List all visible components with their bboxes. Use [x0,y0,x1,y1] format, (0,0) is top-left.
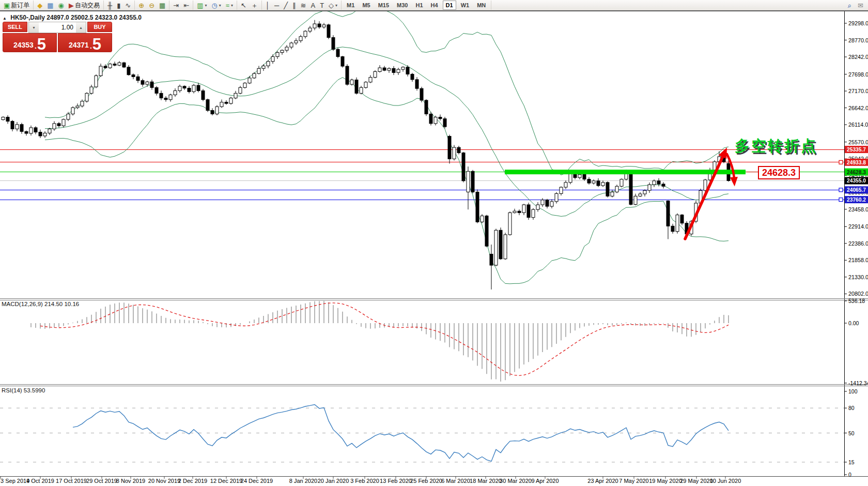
date-axis[interactable]: 3 Sep 20194 Oct 201917 Oct 201929 Oct 20… [1,477,741,484]
tile-windows-button[interactable]: ▦ [158,1,167,10]
trendline-button[interactable]: ╱ [282,1,289,10]
navigator-button[interactable]: ◉ [57,1,66,10]
zoom-out-button[interactable]: ⊖ [147,1,156,10]
date-label: 2 Dec 2019 [178,478,207,484]
candlestick-chart-button[interactable]: ▮ [115,1,122,10]
chevron-down-icon[interactable]: ▾ [205,3,207,8]
new-order-button-label: 新订单 [11,1,29,10]
axis-tick-label: 22914.0 [848,223,868,230]
toolbar-group-panels: ◆▦◉▶自动交易 [34,1,104,10]
main-toolbar: ▣新订单◆▦◉▶自动交易╫▮∿⊕⊖▦⇥⇤▥▾◷▾≈▾↖＋│─╱∥≋AT◇▾M1M… [0,0,868,11]
one-click-trading-panel: SELL ▾ ▴ BUY 24353.5 24371.5 [3,22,112,52]
date-label: 23 Apr 2020 [587,478,618,484]
price-badge-label: 25335.7 [847,147,866,153]
timeframe-m30[interactable]: M30 [394,1,411,10]
chevron-down-icon[interactable]: ▾ [219,3,221,8]
timeframe-mn[interactable]: MN [474,1,489,10]
rsi-scale-label: 80 [848,405,855,411]
auto-scroll-icon: ⇥ [173,1,179,10]
sell-price-main: 24353 [13,40,34,50]
data-window-button[interactable]: ▦ [45,1,55,10]
price-label-box[interactable]: 24628.3 [758,166,799,179]
turning-point-text[interactable]: 多空转折点 [735,138,817,154]
arrows-button[interactable]: ◇▾ [327,1,339,10]
text-label-button[interactable]: T [318,1,326,10]
price-label-text[interactable]: 24628.3 [762,168,796,178]
vertical-line-icon: │ [266,1,270,10]
date-label: 12 Dec 2019 [210,478,242,484]
chart-canvas[interactable]: 多空转折点多空转折点24628.329298.028770.028242.027… [0,0,868,486]
toolbar-group-chart-types: ╫▮∿ [104,1,135,10]
line-handle[interactable] [839,160,843,164]
sell-price-button[interactable]: 24353.5 [3,33,57,52]
volume-decrease-button[interactable]: ▾ [29,22,39,33]
market-watch-button[interactable]: ◆ [36,1,44,10]
toolbar-group-zoom: ⊕⊖▦ [135,1,169,10]
indicators-button[interactable]: ≈▾ [224,1,235,10]
highlight-bar[interactable] [505,170,746,174]
autotrading-button[interactable]: ▶自动交易 [67,1,101,10]
navigator-icon: ◉ [58,1,64,10]
date-label: 29 Oct 2019 [86,478,117,484]
date-label: 18 Mar 2020 [470,478,502,484]
chart-annotations[interactable] [505,170,758,174]
rsi-scale-label: 50 [848,430,855,436]
bar-chart-icon: ╫ [107,1,112,10]
date-label: 19 May 2020 [649,478,682,484]
fibonacci-icon: ≋ [301,1,306,10]
timeframe-d1[interactable]: D1 [443,1,456,10]
price-badge-label: 24628.3 [847,170,866,175]
search-icon: ⌕ [848,1,851,10]
toolbar-group-cursor-tools: ↖＋ [237,1,262,10]
timeframe-h1[interactable]: H1 [412,1,426,10]
timeframe-m5[interactable]: M5 [359,1,373,10]
chat-icon[interactable]: ✉ [856,1,865,10]
horizontal-line-button[interactable]: ─ [273,1,281,10]
timeframe-m15[interactable]: M15 [375,1,392,10]
line-handle[interactable] [839,188,843,192]
timeframe-h4[interactable]: H4 [428,1,441,10]
macd-scale-label: -1412.34 [848,380,868,386]
volume-input[interactable] [39,22,76,33]
new-chart-button[interactable]: ▥▾ [195,1,208,10]
toolbar-group-charts-menu: ▥▾◷▾≈▾ [193,1,237,10]
vertical-line-button[interactable]: │ [264,1,271,10]
axis-tick-label: 29298.0 [848,20,868,26]
zoom-in-button[interactable]: ⊕ [137,1,146,10]
chevron-down-icon[interactable]: ▾ [335,3,337,8]
line-handle[interactable] [839,198,843,202]
chart-shift-button[interactable]: ⇤ [182,1,191,10]
chevron-down-icon[interactable]: ▾ [231,3,233,8]
bar-chart-button[interactable]: ╫ [106,1,114,10]
volume-increase-button[interactable]: ▴ [76,22,86,33]
axis-tick-label: 22386.0 [848,240,868,247]
equidistant-channel-button[interactable]: ∥ [291,1,298,10]
collapse-panel-icon[interactable]: ▲ [3,16,7,21]
crosshair-button[interactable]: ＋ [250,1,259,10]
buy-price-main: 24371 [69,40,89,50]
arrows-icon: ◇ [329,1,334,10]
autotrading-icon: ▶ [69,1,74,10]
date-label: 3 Feb 2020 [350,478,379,484]
period-button[interactable]: ◷▾ [210,1,222,10]
axis-tick-label: 20802.0 [848,291,868,297]
macd-label: MACD(12,26,9) 214.50 10.16 [2,301,79,307]
timeframe-m1[interactable]: M1 [344,1,358,10]
sell-button[interactable]: SELL [3,22,27,32]
volume-control: ▾ ▴ [28,22,86,33]
text-icon: A [311,1,315,10]
turning-point-annotation[interactable]: 多空转折点多空转折点 [735,138,819,156]
buy-price-button[interactable]: 24371.5 [58,33,112,52]
line-chart-icon: ∿ [125,1,131,10]
price-badge-label: 24065.7 [847,187,866,193]
search-icon[interactable]: ⌕ [846,1,853,10]
text-button[interactable]: A [309,1,317,10]
cursor-button[interactable]: ↖ [239,1,248,10]
timeframe-w1[interactable]: W1 [458,1,473,10]
new-order-button[interactable]: ▣新订单 [2,1,31,10]
equidistant-channel-icon: ∥ [292,1,296,10]
line-chart-button[interactable]: ∿ [123,1,132,10]
fibonacci-button[interactable]: ≋ [299,1,308,10]
auto-scroll-button[interactable]: ⇥ [172,1,180,10]
buy-button[interactable]: BUY [87,22,112,32]
